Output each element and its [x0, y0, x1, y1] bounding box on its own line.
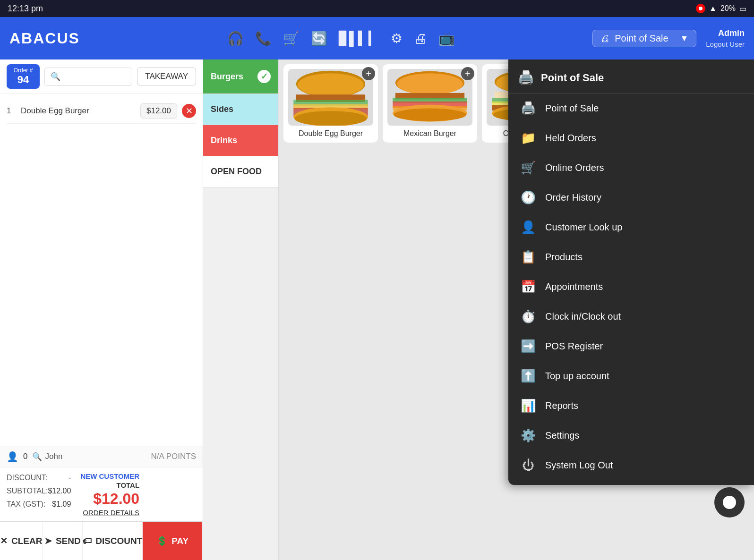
takeaway-button[interactable]: TAKEAWAY — [137, 68, 196, 85]
discount-value: - — [69, 474, 71, 482]
send-icon: ➤ — [44, 535, 52, 546]
order-number: 94 — [12, 74, 34, 86]
clear-button[interactable]: ✕ CLEAR — [0, 522, 43, 560]
order-search[interactable]: 🔍 — [44, 68, 132, 86]
settings-icon: ⚙️ — [520, 428, 537, 443]
pay-icon: 💲 — [156, 535, 168, 546]
order-details-button[interactable]: ORDER DETAILS — [83, 509, 139, 517]
item-remove-button[interactable]: ✕ — [182, 104, 196, 118]
add-double-egg-burger-button[interactable]: + — [362, 67, 375, 80]
wifi-icon: ▲ — [709, 4, 717, 13]
battery-icon: ▭ — [739, 4, 746, 13]
double-egg-burger-image — [288, 69, 373, 126]
top-up-icon: ⬆️ — [520, 369, 537, 383]
discount-button[interactable]: 🏷 DISCOUNT — [83, 522, 143, 560]
status-time: 12:13 pm — [8, 4, 43, 14]
headset-icon[interactable]: 🎧 — [227, 31, 244, 46]
add-mexican-burger-button[interactable]: + — [461, 67, 474, 80]
chevron-down-icon: ▼ — [680, 34, 688, 43]
menu-item-reports[interactable]: 📊 Reports — [508, 391, 754, 421]
menu-label-point-of-sale: Point of Sale — [545, 103, 599, 114]
item-price: $12.00 — [140, 103, 177, 119]
reports-icon: 📊 — [520, 399, 537, 413]
dropdown-menu: 🖨️ Point of Sale 🖨️ Point of Sale 📁 Held… — [508, 59, 754, 485]
discount-icon: 🏷 — [83, 536, 92, 546]
menu-item-pos-register[interactable]: ➡️ POS Register — [508, 331, 754, 361]
new-customer-button[interactable]: NEW CUSTOMER — [80, 472, 139, 480]
svg-point-9 — [397, 73, 463, 94]
float-action-button[interactable] — [714, 487, 745, 518]
app-logo: ABACUS — [9, 30, 80, 47]
header: ABACUS 🎧 📞 🛒 🔄 ▊▌▍▎ ⚙ 🖨 📺 🖨 Point of Sal… — [0, 17, 754, 59]
svg-point-1 — [298, 73, 364, 97]
barcode-icon[interactable]: ▊▌▍▎ — [339, 31, 379, 46]
customer-row: 👤 0 🔍 John N/A POINTS — [0, 446, 203, 467]
category-sides[interactable]: Sides — [203, 94, 278, 125]
totals-left: DISCOUNT: - SUBTOTAL: $12.00 TAX (GST): … — [7, 472, 71, 517]
main-content: Order # 94 🔍 TAKEAWAY 1 Double Egg Burge… — [0, 59, 754, 560]
menu-label-held-orders: Held Orders — [545, 133, 596, 144]
refresh-icon[interactable]: 🔄 — [311, 31, 327, 46]
menu-item-online-orders[interactable]: 🛒 Online Orders — [508, 153, 754, 183]
cart-icon[interactable]: 🛒 — [283, 31, 300, 46]
order-history-icon: 🕐 — [520, 190, 537, 205]
products-panel: + Double Egg Burger — [279, 59, 754, 560]
product-mexican-burger[interactable]: + Mexican Burger — [383, 64, 477, 143]
order-panel: Order # 94 🔍 TAKEAWAY 1 Double Egg Burge… — [0, 59, 203, 560]
customer-search[interactable]: 🔍 John — [32, 452, 146, 462]
record-indicator — [696, 4, 705, 13]
item-qty: 1 — [7, 106, 16, 116]
discount-label: DISCOUNT: — [7, 474, 47, 482]
menu-item-clock-in-out[interactable]: ⏱️ Clock in/Clock out — [508, 302, 754, 331]
menu-label-online-orders: Online Orders — [545, 162, 604, 173]
system-logout-icon: ⏻ — [520, 458, 537, 473]
phone-icon[interactable]: 📞 — [255, 31, 272, 46]
double-egg-burger-svg — [288, 69, 373, 126]
customer-count: 0 — [23, 452, 27, 461]
menu-item-settings[interactable]: ⚙️ Settings — [508, 421, 754, 450]
bottom-action-bar: ✕ CLEAR ➤ SEND 🏷 DISCOUNT 💲 PAY — [0, 521, 203, 560]
pos-selector[interactable]: 🖨 Point of Sale ▼ — [592, 30, 696, 47]
send-button[interactable]: ➤ SEND — [43, 522, 83, 560]
subtotal-row: SUBTOTAL: $12.00 — [7, 485, 71, 497]
category-drinks[interactable]: Drinks — [203, 125, 278, 156]
mexican-burger-image — [387, 69, 472, 126]
clear-icon: ✕ — [0, 535, 8, 546]
menu-label-system-logout: System Log Out — [545, 460, 613, 471]
dropdown-header-title: Point of Sale — [541, 72, 604, 84]
category-open-food[interactable]: OPEN FOOD — [203, 156, 278, 187]
menu-item-customer-lookup[interactable]: 👤 Customer Look up — [508, 212, 754, 242]
customer-icon: 👤 — [7, 451, 18, 462]
menu-label-products: Products — [545, 252, 583, 263]
category-drinks-label: Drinks — [211, 136, 237, 145]
menu-item-order-history[interactable]: 🕐 Order History — [508, 183, 754, 212]
cast-icon[interactable]: 📺 — [438, 31, 455, 46]
discount-label: DISCOUNT — [95, 536, 142, 546]
menu-label-order-history: Order History — [545, 192, 601, 203]
category-burgers[interactable]: Burgers ✓ — [203, 59, 278, 94]
held-orders-icon: 📁 — [520, 131, 537, 145]
appointments-icon: 📅 — [520, 280, 537, 294]
logout-label[interactable]: Logout User — [706, 39, 745, 49]
category-sides-label: Sides — [211, 104, 233, 114]
menu-item-appointments[interactable]: 📅 Appointments — [508, 272, 754, 302]
tax-value: $1.09 — [52, 500, 71, 509]
product-double-egg-burger[interactable]: + Double Egg Burger — [283, 64, 378, 143]
float-button-inner — [723, 496, 736, 509]
tax-row: TAX (GST): $1.09 — [7, 499, 71, 510]
menu-label-customer-lookup: Customer Look up — [545, 222, 622, 233]
category-burgers-check: ✓ — [257, 70, 271, 83]
customer-points: N/A POINTS — [151, 452, 196, 461]
print-icon[interactable]: 🖨 — [414, 31, 427, 46]
menu-item-top-up-account[interactable]: ⬆️ Top up account — [508, 361, 754, 391]
menu-item-held-orders[interactable]: 📁 Held Orders — [508, 123, 754, 153]
menu-item-system-logout[interactable]: ⏻ System Log Out — [508, 450, 754, 480]
equalizer-icon[interactable]: ⚙ — [391, 31, 403, 46]
pay-label: PAY — [171, 536, 188, 546]
menu-item-point-of-sale[interactable]: 🖨️ Point of Sale — [508, 93, 754, 123]
svg-point-7 — [295, 111, 367, 126]
order-items-list: 1 Double Egg Burger $12.00 ✕ — [0, 94, 203, 446]
discount-row: DISCOUNT: - — [7, 472, 71, 484]
pay-button[interactable]: 💲 PAY — [143, 522, 203, 560]
menu-item-products[interactable]: 📋 Products — [508, 242, 754, 272]
